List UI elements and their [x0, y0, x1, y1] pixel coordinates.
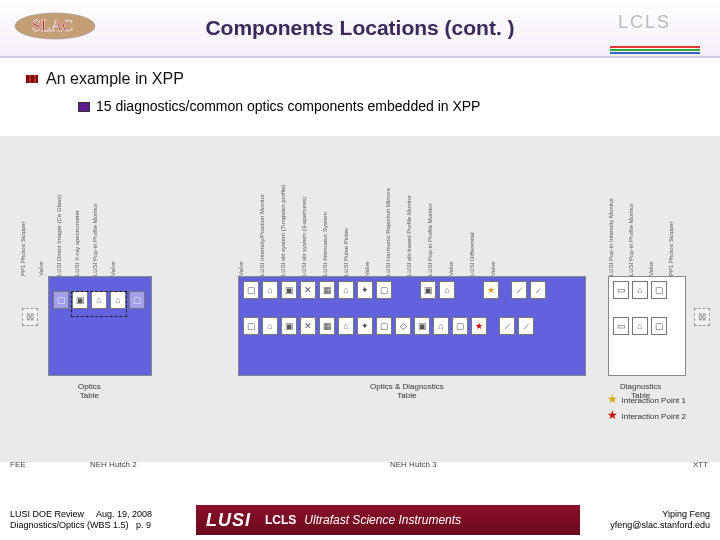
- star-icon: ★: [471, 317, 487, 335]
- component-label: LUSI slit system (3-apertures): [301, 197, 307, 276]
- component-icon: ▢: [129, 291, 145, 309]
- page-title: Components Locations (cont. ): [205, 16, 514, 40]
- component-icon: ▣: [420, 281, 436, 299]
- component-label: Valve: [490, 261, 496, 276]
- component-icon: ▢: [243, 281, 259, 299]
- axis-xtt: XTT: [693, 460, 708, 469]
- legend-ip1: Interaction Point 1: [622, 396, 686, 405]
- footer-left: LUSI DOE Review Aug. 19, 2008 Diagnostic…: [0, 509, 196, 531]
- component-icon: ▢: [452, 317, 468, 335]
- component-icon: ⟋: [499, 317, 515, 335]
- component-label: Valve: [110, 261, 116, 276]
- footer: LUSI DOE Review Aug. 19, 2008 Diagnostic…: [0, 500, 720, 540]
- slide-header: SLAC Components Locations (cont. ) LCLS: [0, 0, 720, 58]
- component-icon: ✦: [357, 317, 373, 335]
- star-red-icon: ★: [607, 408, 618, 422]
- group-box: [71, 291, 127, 317]
- diagnostics-table: ▭ ⌂ ▢ ▭ ⌂ ▢: [608, 276, 686, 376]
- component-icon: ⌂: [262, 281, 278, 299]
- component-icon: ✕: [300, 281, 316, 299]
- component-icon: ⌂: [632, 281, 648, 299]
- component-icon: ▣: [281, 317, 297, 335]
- component-label: LUSI Direct Imager (Ce Glass): [56, 195, 62, 276]
- axis-neh2: NEH Hutch 2: [90, 460, 137, 469]
- component-icon: ⟋: [518, 317, 534, 335]
- component-icon: ▢: [376, 317, 392, 335]
- lcls-logo: LCLS: [618, 12, 708, 46]
- component-icon: ⌂: [433, 317, 449, 335]
- component-label: Valve: [38, 261, 44, 276]
- component-label: LUSI Pop-in Profile Monitor: [92, 203, 98, 276]
- optics-diag-table: ▢ ⌂ ▣ ✕ ▦ ⌂ ✦ ▢ ▣ ⌂ ★ ⟋ ⟋ ▢ ⌂ ▣: [238, 276, 586, 376]
- lcls-foot: LCLS: [265, 513, 296, 527]
- component-label: LUSI Pop-in Profile Monitor: [427, 203, 433, 276]
- diagram: ⊠ ⊠ ▢ ▣ ⌂ ⌂ ▢ ▢ ⌂ ▣ ✕ ▦ ⌂ ✦ ▢: [0, 136, 720, 462]
- component-label: LUSI Pop-in Profile Monitor: [628, 203, 634, 276]
- component-icon: ⌂: [632, 317, 648, 335]
- component-label: PP1 Photon Stopper: [668, 221, 674, 276]
- component-label: Valve: [238, 261, 244, 276]
- slac-text: SLAC: [32, 17, 73, 34]
- component-icon: ◇: [395, 317, 411, 335]
- component-label: Valve: [364, 261, 370, 276]
- component-icon: ▢: [53, 291, 69, 309]
- component-label: LUSI slit system (Tungsten profile): [280, 185, 286, 276]
- optics-table-1: ▢ ▣ ⌂ ⌂ ▢: [48, 276, 152, 376]
- component-icon: ▢: [243, 317, 259, 335]
- component-icon: ⌂: [262, 317, 278, 335]
- component-label: LUSI Attenuator System: [322, 212, 328, 276]
- component-icon: ▦: [319, 317, 335, 335]
- component-icon: ⟋: [511, 281, 527, 299]
- footer-right: Yiping Feng yfeng@slac.stanford.edu: [580, 509, 720, 531]
- component-label: Valve: [448, 261, 454, 276]
- component-icon: ▭: [613, 317, 629, 335]
- component-label: LUSI slit-based Profile Monitor: [406, 195, 412, 276]
- component-icon: ▣: [414, 317, 430, 335]
- component-label: LUSI Pop-in Intensity Monitor: [608, 198, 614, 276]
- legend-ip2: Interaction Point 2: [622, 412, 686, 421]
- component-label: LUSI Differential: [469, 232, 475, 276]
- component-icon: ▦: [319, 281, 335, 299]
- component-icon: ▭: [613, 281, 629, 299]
- component-label: LUSI Harmonic Rejection Mirrors: [385, 188, 391, 276]
- component-label: LUSI X-ray spectrometer: [74, 210, 80, 276]
- svg-rect-3: [610, 52, 700, 54]
- star-gold-icon: ★: [607, 392, 618, 406]
- component-icon: ▢: [651, 281, 667, 299]
- svg-rect-1: [610, 46, 700, 48]
- svg-rect-2: [610, 49, 700, 51]
- component-icon: ✕: [300, 317, 316, 335]
- axis-fee: FEE: [10, 460, 26, 469]
- slac-logo: SLAC: [12, 6, 98, 46]
- blocks: ▢ ▣ ⌂ ⌂ ▢ ▢ ⌂ ▣ ✕ ▦ ⌂ ✦ ▢ ▣ ⌂: [0, 276, 720, 396]
- legend: ★Interaction Point 1 ★Interaction Point …: [607, 392, 686, 424]
- component-label: PP1 Photon Stopper: [20, 221, 26, 276]
- star-icon: ★: [483, 281, 499, 299]
- component-label: Valve: [648, 261, 654, 276]
- component-icon: ⌂: [338, 281, 354, 299]
- footer-banner: LUSI LCLS Ultrafast Science Instruments: [196, 505, 580, 535]
- content: An example in XPP 15 diagnostics/common …: [0, 58, 720, 114]
- banner-text: Ultrafast Science Instruments: [304, 513, 461, 527]
- component-icon: ✦: [357, 281, 373, 299]
- component-icon: ▢: [651, 317, 667, 335]
- component-icon: ⌂: [338, 317, 354, 335]
- component-icon: ▢: [376, 281, 392, 299]
- bullet-main: An example in XPP: [46, 70, 692, 88]
- lusi-logo: LUSI: [206, 510, 251, 531]
- component-icon: ⟋: [530, 281, 546, 299]
- component-label: LUSI Intensity/Position Monitor: [259, 194, 265, 276]
- component-icon: ⌂: [439, 281, 455, 299]
- vertical-labels: PP1 Photon StopperValveLUSI Direct Image…: [0, 136, 720, 276]
- axis-neh3: NEH Hutch 3: [390, 460, 437, 469]
- component-label: LUSI Pulse Picker: [343, 228, 349, 276]
- table2-label: Optics & DiagnosticsTable: [370, 382, 444, 400]
- bullet-sub: 15 diagnostics/common optics components …: [96, 98, 692, 114]
- component-icon: ▣: [281, 281, 297, 299]
- table1-label: OpticsTable: [78, 382, 101, 400]
